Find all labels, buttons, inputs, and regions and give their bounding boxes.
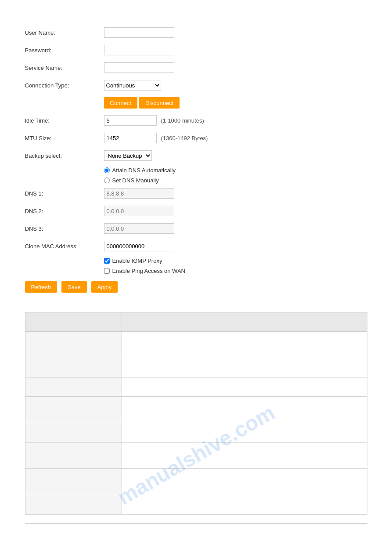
backup-select[interactable]: None Backup — [104, 150, 152, 161]
refresh-button[interactable]: Refresh — [25, 281, 58, 293]
enable-igmp-label: Enable IGMP Proxy — [112, 258, 162, 264]
dns2-input[interactable] — [104, 206, 174, 216]
dns3-row: DNS 3: — [25, 222, 367, 235]
clone-mac-row: Clone MAC Address: — [25, 240, 367, 252]
table-cell-8-1 — [25, 495, 122, 515]
table-cell-8-2 — [122, 495, 367, 515]
attain-dns-label: Attain DNS Automatically — [112, 167, 176, 174]
table-cell-4-1 — [25, 397, 122, 423]
table-cell-2-2 — [122, 358, 367, 377]
table-cell-6-1 — [25, 443, 122, 469]
dns1-input[interactable] — [104, 188, 174, 199]
dns3-label: DNS 3: — [25, 225, 104, 232]
connection-type-select[interactable]: Continuous On Demand Manual — [104, 80, 161, 91]
connect-buttons-row: Connect Disconnect — [25, 97, 367, 109]
info-table — [25, 312, 367, 515]
wan-pppoe-form: User Name: Password: Service Name: Conne… — [25, 18, 367, 301]
apply-button[interactable]: Apply — [91, 281, 118, 293]
table-row-8 — [25, 495, 367, 515]
enable-ping-checkbox[interactable] — [104, 268, 110, 274]
table-cell-1-2 — [122, 332, 367, 358]
table-row-7 — [25, 469, 367, 495]
backup-select-row: Backup select: None Backup — [25, 149, 367, 162]
password-input[interactable] — [104, 45, 174, 55]
table-row-1 — [25, 332, 367, 358]
table-cell-2-1 — [25, 358, 122, 377]
password-label: Password: — [25, 47, 104, 54]
dns3-input[interactable] — [104, 223, 174, 234]
table-cell-3-2 — [122, 377, 367, 397]
connection-type-row: Connection Type: Continuous On Demand Ma… — [25, 79, 367, 91]
table-row-6 — [25, 443, 367, 469]
mtu-size-hint: (1360-1492 Bytes) — [161, 135, 208, 141]
user-name-row: User Name: — [25, 26, 367, 39]
table-cell-5-2 — [122, 423, 367, 443]
service-name-row: Service Name: — [25, 62, 367, 74]
service-name-input[interactable] — [104, 62, 174, 73]
table-cell-5-1 — [25, 423, 122, 443]
set-dns-label: Set DNS Manually — [112, 177, 159, 184]
table-row-2 — [25, 358, 367, 377]
attain-dns-radio[interactable] — [104, 167, 110, 173]
table-cell-4-2 — [122, 397, 367, 423]
idle-time-label: Idle Time: — [25, 117, 104, 124]
enable-igmp-checkbox[interactable] — [104, 258, 110, 264]
table-cell-header-2 — [122, 312, 367, 332]
clone-mac-input[interactable] — [104, 241, 174, 251]
clone-mac-label: Clone MAC Address: — [25, 243, 104, 250]
mtu-size-input[interactable] — [104, 133, 157, 143]
save-button[interactable]: Save — [61, 281, 87, 293]
set-dns-row: Set DNS Manually — [104, 177, 367, 184]
table-cell-1-1 — [25, 332, 122, 358]
attain-dns-row: Attain DNS Automatically — [104, 167, 367, 174]
service-name-label: Service Name: — [25, 65, 104, 71]
table-cell-3-1 — [25, 377, 122, 397]
table-row-5 — [25, 423, 367, 443]
connection-type-label: Connection Type: — [25, 82, 104, 89]
igmp-proxy-row: Enable IGMP Proxy — [104, 258, 367, 264]
action-buttons-row: Refresh Save Apply — [25, 281, 367, 293]
idle-time-row: Idle Time: (1-1000 minutes) — [25, 114, 367, 127]
user-name-input[interactable] — [104, 27, 174, 38]
connect-button[interactable]: Connect — [104, 97, 137, 109]
dns2-row: DNS 2: — [25, 205, 367, 217]
disconnect-button[interactable]: Disconnect — [139, 97, 180, 109]
password-row: Password: — [25, 44, 367, 56]
enable-ping-label: Enable Ping Access on WAN — [112, 268, 185, 274]
backup-select-label: Backup select: — [25, 152, 104, 159]
table-row-4 — [25, 397, 367, 423]
idle-time-hint: (1-1000 minutes) — [161, 117, 204, 124]
dns1-row: DNS 1: — [25, 187, 367, 200]
table-row-3 — [25, 377, 367, 397]
table-cell-header-1 — [25, 312, 122, 332]
table-row-header — [25, 312, 367, 332]
user-name-label: User Name: — [25, 29, 104, 36]
footer-divider — [25, 523, 367, 526]
idle-time-input[interactable] — [104, 115, 157, 126]
ping-access-row: Enable Ping Access on WAN — [104, 268, 367, 274]
mtu-size-label: MTU Size: — [25, 135, 104, 141]
table-cell-7-2 — [122, 469, 367, 495]
dns1-label: DNS 1: — [25, 190, 104, 197]
mtu-size-row: MTU Size: (1360-1492 Bytes) — [25, 132, 367, 144]
set-dns-radio[interactable] — [104, 178, 110, 183]
table-cell-7-1 — [25, 469, 122, 495]
table-cell-6-2 — [122, 443, 367, 469]
dns2-label: DNS 2: — [25, 208, 104, 214]
